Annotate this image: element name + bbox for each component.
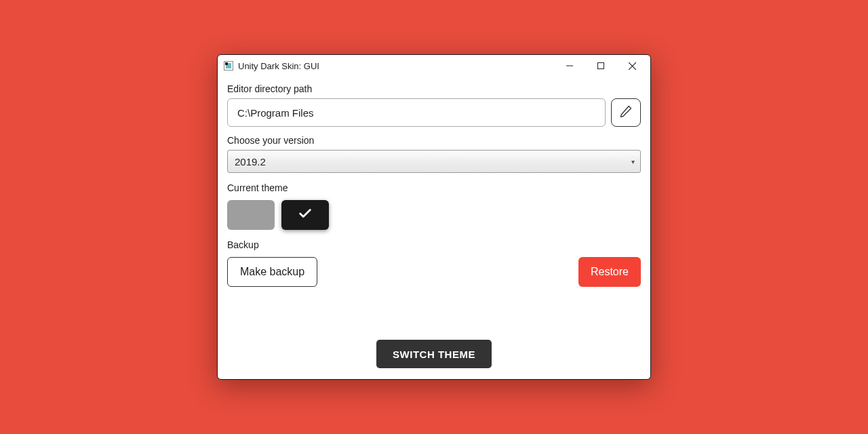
pencil-icon	[619, 104, 633, 121]
choose-version-label: Choose your version	[227, 135, 641, 146]
theme-option-light[interactable]	[227, 200, 275, 230]
browse-button[interactable]	[611, 98, 641, 127]
make-backup-button[interactable]: Make backup	[227, 257, 317, 287]
svg-rect-2	[225, 62, 228, 65]
chevron-down-icon: ▾	[631, 158, 635, 165]
version-select[interactable]: 2019.2 ▾	[227, 150, 641, 173]
window-title: Unity Dark Skin: GUI	[238, 61, 319, 71]
current-theme-label: Current theme	[227, 182, 641, 193]
switch-theme-button[interactable]: SWITCH THEME	[376, 340, 492, 368]
close-button[interactable]	[616, 55, 648, 77]
editor-path-input[interactable]	[227, 98, 606, 127]
check-icon	[298, 206, 313, 224]
titlebar: Unity Dark Skin: GUI	[218, 55, 650, 77]
editor-path-label: Editor directory path	[227, 83, 641, 94]
app-icon	[223, 60, 234, 71]
app-window: Unity Dark Skin: GUI Editor directory pa…	[217, 54, 651, 380]
content-area: Editor directory path Choose your versio…	[218, 77, 650, 379]
backup-label: Backup	[227, 239, 641, 250]
version-selected-value: 2019.2	[235, 156, 266, 167]
minimize-button[interactable]	[554, 55, 585, 77]
svg-rect-4	[598, 63, 604, 69]
theme-option-dark[interactable]	[281, 200, 329, 230]
restore-button[interactable]: Restore	[578, 257, 641, 287]
window-controls	[554, 55, 648, 77]
maximize-button[interactable]	[585, 55, 616, 77]
